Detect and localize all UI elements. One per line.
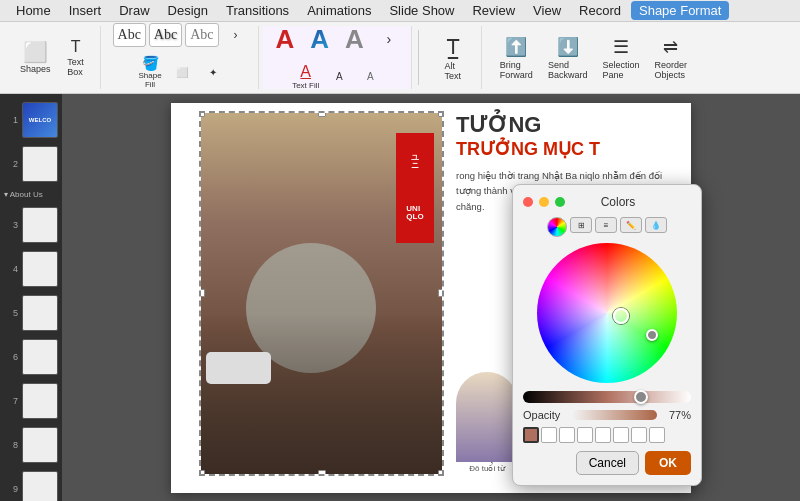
text-style-more[interactable]: › — [375, 27, 403, 51]
wordart-more[interactable]: › — [222, 23, 250, 47]
menu-record[interactable]: Record — [571, 1, 629, 20]
send-backward-btn[interactable]: ⬇️ SendBackward — [542, 33, 594, 83]
slide-thumb-3[interactable] — [22, 207, 58, 243]
selected-image[interactable]: ユニ UNIQLO — [199, 111, 444, 476]
car — [206, 352, 271, 384]
preset-sliders[interactable]: ≡ — [595, 217, 617, 233]
close-dot[interactable] — [523, 197, 533, 207]
brightness-slider[interactable] — [523, 391, 691, 403]
bottom-image-1: Đô tuổi từ — [456, 372, 518, 473]
opacity-slider[interactable] — [572, 410, 657, 420]
preset-grid[interactable]: ⊞ — [570, 217, 592, 233]
shape-fill-btn[interactable]: 🪣 Shape Fill — [135, 52, 164, 92]
slide-thumb-1[interactable]: WELCO — [22, 102, 58, 138]
slide-heading: TƯỞNG — [456, 113, 681, 137]
swatch-2[interactable] — [559, 427, 575, 443]
reorder-objects-btn[interactable]: ⇌ ReorderObjects — [648, 33, 693, 83]
text-style-a3[interactable]: A — [340, 23, 369, 56]
menu-view[interactable]: View — [525, 1, 569, 20]
preset-tabs: ⊞ ≡ ✏️ 💧 — [523, 217, 691, 237]
swatch-3[interactable] — [577, 427, 593, 443]
store-sign: ユニ UNIQLO — [396, 133, 434, 243]
slide-thumb-7[interactable] — [22, 383, 58, 419]
opacity-row: Opacity 77% — [523, 409, 691, 421]
ribbon-group-text-styles: A A A › A Text Fill A A — [263, 26, 412, 89]
swatch-4[interactable] — [595, 427, 611, 443]
wordart-style-3[interactable]: Abc — [185, 23, 218, 47]
color-wheel-inner — [537, 243, 677, 383]
dialog-buttons: Cancel OK — [523, 451, 691, 475]
shapes-button[interactable]: ⬜ Shapes — [14, 39, 57, 77]
person-img-1 — [456, 372, 518, 462]
swatch-6[interactable] — [631, 427, 647, 443]
menu-home[interactable]: Home — [8, 1, 59, 20]
color-wheel[interactable] — [537, 243, 677, 383]
preset-pencil[interactable]: ✏️ — [620, 217, 642, 233]
swatch-5[interactable] — [613, 427, 629, 443]
slide-thumb-5[interactable] — [22, 295, 58, 331]
menubar: Home Insert Draw Design Transitions Anim… — [0, 0, 800, 22]
alt-text-btn[interactable]: T̲ AltText — [433, 32, 473, 84]
handle-bm[interactable] — [318, 470, 326, 476]
handle-tl[interactable] — [199, 111, 205, 117]
ribbon-group-alt-text: T̲ AltText — [425, 26, 482, 89]
text-effects-btn[interactable]: A — [356, 60, 384, 93]
opacity-value: 77% — [661, 409, 691, 421]
opacity-thumb[interactable] — [646, 329, 658, 341]
bottom-label-1: Đô tuổi từ — [469, 464, 504, 473]
shape-outline-btn[interactable]: ⬜ — [168, 52, 196, 92]
wordart-style-2[interactable]: Abc — [149, 23, 182, 47]
text-outline-btn[interactable]: A — [325, 60, 353, 93]
swatch-white[interactable] — [541, 427, 557, 443]
handle-mr[interactable] — [438, 289, 444, 297]
text-fill-btn[interactable]: A Text Fill — [289, 60, 322, 93]
section-about-us[interactable]: ▾ About Us — [0, 188, 62, 201]
swatch-7[interactable] — [649, 427, 665, 443]
brightness-slider-row — [523, 391, 691, 403]
selection-pane-btn[interactable]: ☰ SelectionPane — [596, 33, 645, 83]
dialog-title: Colors — [545, 195, 691, 209]
text-style-a1[interactable]: A — [271, 23, 300, 56]
menu-review[interactable]: Review — [464, 1, 523, 20]
slide-thumb-6[interactable] — [22, 339, 58, 375]
cancel-button[interactable]: Cancel — [576, 451, 639, 475]
ribbon-group-shapes: ⬜ Shapes T TextBox — [6, 26, 101, 89]
handle-tr[interactable] — [438, 111, 444, 117]
wordart-style-1[interactable]: Abc — [113, 23, 146, 47]
menu-animations[interactable]: Animations — [299, 1, 379, 20]
handle-bl[interactable] — [199, 470, 205, 476]
bring-forward-btn[interactable]: ⬆️ BringForward — [494, 33, 539, 83]
text-box-button[interactable]: T TextBox — [60, 36, 92, 80]
preset-eyedropper[interactable]: 💧 — [645, 217, 667, 233]
slide-thumb-8[interactable] — [22, 427, 58, 463]
swatch-current[interactable] — [523, 427, 539, 443]
slide-thumb-2[interactable] — [22, 146, 58, 182]
text-style-a2[interactable]: A — [305, 23, 334, 56]
handle-tm[interactable] — [318, 111, 326, 117]
crowd — [201, 314, 442, 474]
ribbon-group-arrange: ⬆️ BringForward ⬇️ SendBackward ☰ Select… — [486, 26, 701, 89]
handle-ml[interactable] — [199, 289, 205, 297]
slide-heading-red: TRƯỞNG MỤC T — [456, 139, 681, 161]
color-crosshair[interactable] — [613, 308, 629, 324]
ribbon: ⬜ Shapes T TextBox Abc Abc Abc › 🪣 Shape… — [0, 22, 800, 94]
menu-shape-format[interactable]: Shape Format — [631, 1, 729, 20]
menu-slideshow[interactable]: Slide Show — [381, 1, 462, 20]
brightness-thumb[interactable] — [634, 390, 648, 404]
ribbon-group-wordart: Abc Abc Abc › 🪣 Shape Fill ⬜ ✦ — [105, 26, 259, 89]
menu-transitions[interactable]: Transitions — [218, 1, 297, 20]
menu-insert[interactable]: Insert — [61, 1, 110, 20]
opacity-label: Opacity — [523, 409, 568, 421]
menu-design[interactable]: Design — [160, 1, 216, 20]
menu-draw[interactable]: Draw — [111, 1, 157, 20]
preset-spectrum[interactable] — [547, 217, 567, 237]
handle-br[interactable] — [438, 470, 444, 476]
main-area: 1 WELCO 2 ▾ About Us 3 4 5 6 — [0, 94, 800, 501]
color-dialog: Colors ⊞ ≡ ✏️ 💧 — [512, 184, 702, 486]
slide-thumb-9[interactable] — [22, 471, 58, 501]
slide-panel: 1 WELCO 2 ▾ About Us 3 4 5 6 — [0, 94, 62, 501]
slide-thumb-4[interactable] — [22, 251, 58, 287]
dialog-titlebar: Colors — [523, 195, 691, 209]
ok-button[interactable]: OK — [645, 451, 691, 475]
shape-effects-btn[interactable]: ✦ — [199, 52, 227, 92]
